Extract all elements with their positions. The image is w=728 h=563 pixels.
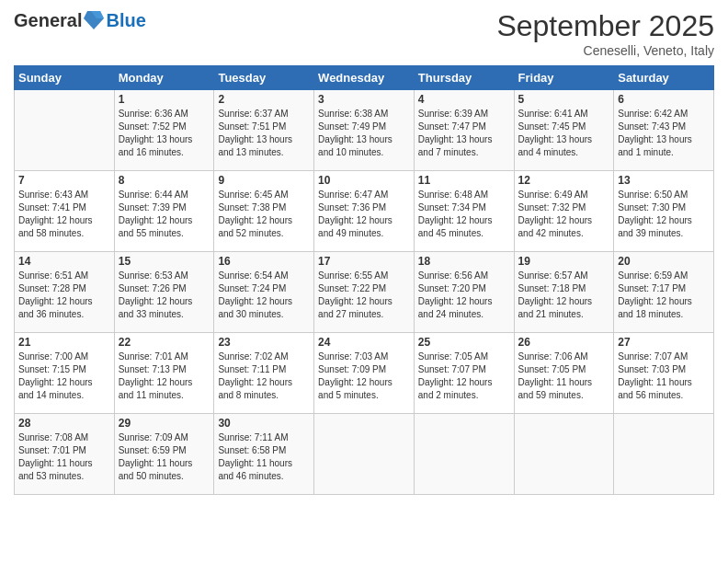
day-number: 7	[18, 174, 110, 187]
day-info: Sunrise: 6:42 AM Sunset: 7:43 PM Dayligh…	[618, 108, 710, 159]
calendar-cell: 30Sunrise: 7:11 AM Sunset: 6:58 PM Dayli…	[214, 414, 314, 495]
calendar-week-row: 28Sunrise: 7:08 AM Sunset: 7:01 PM Dayli…	[15, 414, 714, 495]
day-info: Sunrise: 6:41 AM Sunset: 7:45 PM Dayligh…	[518, 108, 610, 159]
day-info: Sunrise: 6:43 AM Sunset: 7:41 PM Dayligh…	[18, 189, 110, 240]
day-info: Sunrise: 6:51 AM Sunset: 7:28 PM Dayligh…	[18, 270, 110, 321]
day-info: Sunrise: 6:38 AM Sunset: 7:49 PM Dayligh…	[318, 108, 410, 159]
day-info: Sunrise: 6:47 AM Sunset: 7:36 PM Dayligh…	[318, 189, 410, 240]
day-number: 13	[618, 174, 710, 187]
day-info: Sunrise: 6:39 AM Sunset: 7:47 PM Dayligh…	[418, 108, 510, 159]
day-number: 1	[119, 93, 210, 106]
day-info: Sunrise: 7:11 AM Sunset: 6:58 PM Dayligh…	[218, 431, 310, 483]
day-info: Sunrise: 6:53 AM Sunset: 7:26 PM Dayligh…	[119, 270, 210, 321]
calendar-cell: 2Sunrise: 6:37 AM Sunset: 7:51 PM Daylig…	[214, 90, 314, 171]
day-number: 14	[18, 255, 110, 268]
calendar-cell: 20Sunrise: 6:59 AM Sunset: 7:17 PM Dayli…	[614, 252, 714, 333]
day-number: 11	[418, 174, 510, 187]
logo-general: General	[14, 10, 82, 31]
calendar-cell: 9Sunrise: 6:45 AM Sunset: 7:38 PM Daylig…	[214, 171, 314, 252]
location: Ceneselli, Veneto, Italy	[496, 43, 714, 58]
calendar-cell	[614, 414, 714, 495]
day-info: Sunrise: 6:59 AM Sunset: 7:17 PM Dayligh…	[618, 270, 710, 321]
calendar-cell: 12Sunrise: 6:49 AM Sunset: 7:32 PM Dayli…	[514, 171, 614, 252]
day-number: 27	[618, 336, 710, 349]
calendar-cell: 16Sunrise: 6:54 AM Sunset: 7:24 PM Dayli…	[214, 252, 314, 333]
day-number: 4	[418, 93, 510, 106]
day-number: 5	[518, 93, 610, 106]
calendar-table: SundayMondayTuesdayWednesdayThursdayFrid…	[14, 65, 714, 495]
page: General Blue September 2025 Ceneselli, V…	[0, 0, 728, 563]
calendar-header-cell: Friday	[514, 66, 614, 90]
calendar-cell: 4Sunrise: 6:39 AM Sunset: 7:47 PM Daylig…	[414, 90, 514, 171]
calendar-cell: 24Sunrise: 7:03 AM Sunset: 7:09 PM Dayli…	[314, 333, 415, 414]
month-title: September 2025	[496, 9, 714, 43]
calendar-header-cell: Thursday	[414, 66, 514, 90]
day-info: Sunrise: 6:49 AM Sunset: 7:32 PM Dayligh…	[518, 189, 610, 240]
calendar-cell: 29Sunrise: 7:09 AM Sunset: 6:59 PM Dayli…	[114, 414, 214, 495]
calendar-cell: 1Sunrise: 6:36 AM Sunset: 7:52 PM Daylig…	[114, 90, 214, 171]
calendar-cell: 23Sunrise: 7:02 AM Sunset: 7:11 PM Dayli…	[214, 333, 314, 414]
calendar-cell: 28Sunrise: 7:08 AM Sunset: 7:01 PM Dayli…	[15, 414, 115, 495]
logo-text: General Blue	[14, 9, 146, 31]
logo-icon	[84, 9, 104, 31]
calendar-cell: 14Sunrise: 6:51 AM Sunset: 7:28 PM Dayli…	[15, 252, 115, 333]
calendar-cell: 7Sunrise: 6:43 AM Sunset: 7:41 PM Daylig…	[15, 171, 115, 252]
day-info: Sunrise: 6:36 AM Sunset: 7:52 PM Dayligh…	[119, 108, 210, 159]
day-number: 21	[18, 336, 110, 349]
day-number: 29	[119, 417, 210, 430]
calendar-cell: 21Sunrise: 7:00 AM Sunset: 7:15 PM Dayli…	[15, 333, 115, 414]
day-info: Sunrise: 6:45 AM Sunset: 7:38 PM Dayligh…	[218, 189, 310, 240]
day-info: Sunrise: 7:03 AM Sunset: 7:09 PM Dayligh…	[318, 350, 410, 402]
day-number: 19	[518, 255, 610, 268]
day-info: Sunrise: 6:37 AM Sunset: 7:51 PM Dayligh…	[218, 108, 310, 159]
day-info: Sunrise: 7:09 AM Sunset: 6:59 PM Dayligh…	[119, 431, 210, 483]
calendar-cell	[514, 414, 614, 495]
day-info: Sunrise: 6:44 AM Sunset: 7:39 PM Dayligh…	[119, 189, 210, 240]
day-info: Sunrise: 7:06 AM Sunset: 7:05 PM Dayligh…	[518, 350, 610, 402]
day-number: 9	[218, 174, 310, 187]
calendar-cell: 11Sunrise: 6:48 AM Sunset: 7:34 PM Dayli…	[414, 171, 514, 252]
day-info: Sunrise: 6:57 AM Sunset: 7:18 PM Dayligh…	[518, 270, 610, 321]
calendar-header-cell: Tuesday	[214, 66, 314, 90]
day-info: Sunrise: 7:07 AM Sunset: 7:03 PM Dayligh…	[618, 350, 710, 402]
day-info: Sunrise: 6:56 AM Sunset: 7:20 PM Dayligh…	[418, 270, 510, 321]
calendar-body: 1Sunrise: 6:36 AM Sunset: 7:52 PM Daylig…	[15, 90, 714, 495]
calendar-cell	[414, 414, 514, 495]
day-info: Sunrise: 6:54 AM Sunset: 7:24 PM Dayligh…	[218, 270, 310, 321]
calendar-cell: 26Sunrise: 7:06 AM Sunset: 7:05 PM Dayli…	[514, 333, 614, 414]
calendar-cell	[314, 414, 415, 495]
calendar-cell: 27Sunrise: 7:07 AM Sunset: 7:03 PM Dayli…	[614, 333, 714, 414]
day-info: Sunrise: 6:48 AM Sunset: 7:34 PM Dayligh…	[418, 189, 510, 240]
calendar-week-row: 14Sunrise: 6:51 AM Sunset: 7:28 PM Dayli…	[15, 252, 714, 333]
day-number: 17	[318, 255, 410, 268]
day-number: 12	[518, 174, 610, 187]
calendar-cell: 17Sunrise: 6:55 AM Sunset: 7:22 PM Dayli…	[314, 252, 415, 333]
day-info: Sunrise: 7:00 AM Sunset: 7:15 PM Dayligh…	[18, 350, 110, 402]
day-number: 25	[418, 336, 510, 349]
calendar-cell: 25Sunrise: 7:05 AM Sunset: 7:07 PM Dayli…	[414, 333, 514, 414]
day-info: Sunrise: 6:50 AM Sunset: 7:30 PM Dayligh…	[618, 189, 710, 240]
day-number: 23	[218, 336, 310, 349]
calendar-header-cell: Sunday	[15, 66, 115, 90]
header: General Blue September 2025 Ceneselli, V…	[14, 9, 714, 58]
calendar-cell: 8Sunrise: 6:44 AM Sunset: 7:39 PM Daylig…	[114, 171, 214, 252]
calendar-week-row: 21Sunrise: 7:00 AM Sunset: 7:15 PM Dayli…	[15, 333, 714, 414]
day-number: 15	[119, 255, 210, 268]
calendar-cell: 3Sunrise: 6:38 AM Sunset: 7:49 PM Daylig…	[314, 90, 415, 171]
calendar-cell	[15, 90, 115, 171]
day-number: 3	[318, 93, 410, 106]
day-number: 18	[418, 255, 510, 268]
day-number: 22	[119, 336, 210, 349]
calendar-cell: 22Sunrise: 7:01 AM Sunset: 7:13 PM Dayli…	[114, 333, 214, 414]
day-info: Sunrise: 7:01 AM Sunset: 7:13 PM Dayligh…	[119, 350, 210, 402]
day-number: 16	[218, 255, 310, 268]
calendar-cell: 19Sunrise: 6:57 AM Sunset: 7:18 PM Dayli…	[514, 252, 614, 333]
day-number: 8	[119, 174, 210, 187]
calendar-header-cell: Saturday	[614, 66, 714, 90]
day-number: 2	[218, 93, 310, 106]
day-info: Sunrise: 6:55 AM Sunset: 7:22 PM Dayligh…	[318, 270, 410, 321]
day-number: 28	[18, 417, 110, 430]
calendar-week-row: 7Sunrise: 6:43 AM Sunset: 7:41 PM Daylig…	[15, 171, 714, 252]
day-number: 24	[318, 336, 410, 349]
day-number: 26	[518, 336, 610, 349]
